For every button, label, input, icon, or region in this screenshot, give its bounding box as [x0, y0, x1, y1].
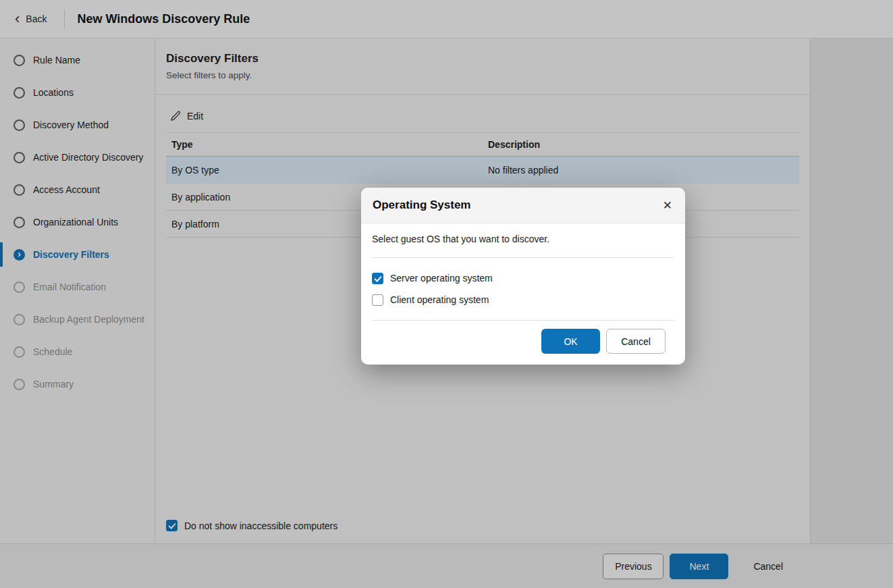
- ok-button[interactable]: OK: [541, 329, 600, 354]
- app-window: ‹ Back New Windows Discovery Rule Rule N…: [0, 0, 893, 588]
- dialog-description: Select guest OS that you want to discove…: [372, 223, 674, 258]
- dialog-cancel-button[interactable]: Cancel: [606, 329, 666, 354]
- server-os-checkbox[interactable]: Server operating system: [372, 267, 674, 289]
- operating-system-dialog: Operating System ✕ Select guest OS that …: [361, 188, 685, 365]
- dialog-title: Operating System: [373, 198, 471, 212]
- option-label: Client operating system: [390, 294, 489, 305]
- os-options-list: Server operating system Client operating…: [372, 258, 674, 321]
- option-label: Server operating system: [390, 273, 493, 284]
- dialog-header: Operating System ✕: [361, 188, 685, 223]
- close-icon[interactable]: ✕: [661, 198, 674, 213]
- client-os-checkbox[interactable]: Client operating system: [372, 289, 674, 311]
- checkbox-unchecked-icon[interactable]: [372, 294, 383, 306]
- checkbox-checked-icon[interactable]: [372, 273, 383, 284]
- dialog-footer: OK Cancel: [372, 321, 674, 365]
- dialog-body: Select guest OS that you want to discove…: [361, 223, 685, 365]
